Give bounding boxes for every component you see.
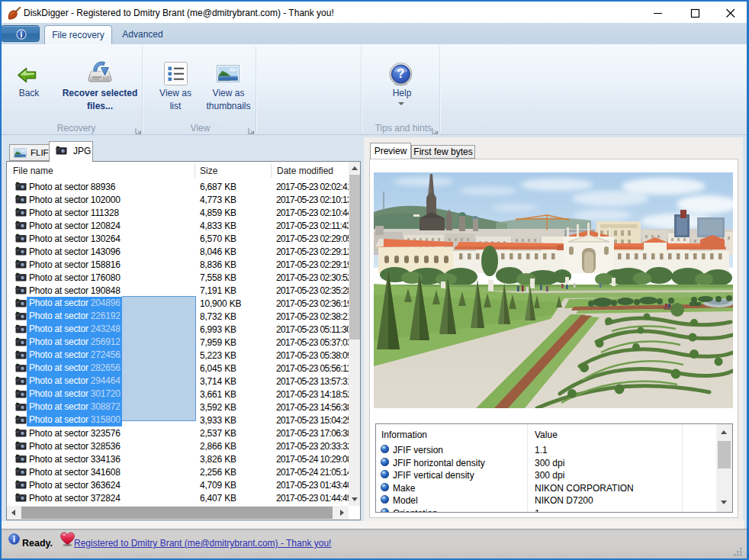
svg-text:?: ? <box>397 67 405 80</box>
